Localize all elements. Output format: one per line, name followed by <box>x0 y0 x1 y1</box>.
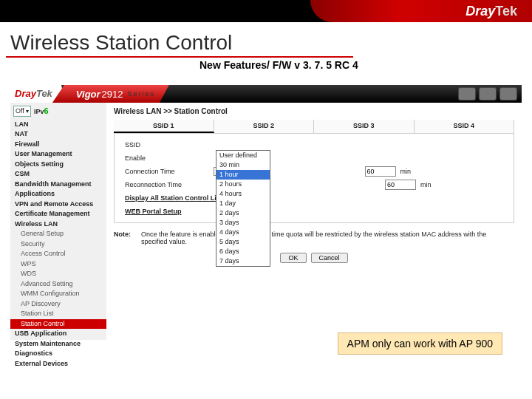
conn-time-label: Connection Time <box>125 168 214 175</box>
nav-lan[interactable]: LAN <box>10 120 106 130</box>
dd-opt-3days[interactable]: 3 days <box>216 218 270 228</box>
note-label: Note: <box>114 231 131 245</box>
nav-wlan-apdiscover[interactable]: AP Discovery <box>10 299 106 310</box>
link-display-all[interactable]: Display All Station Control List <box>125 194 222 202</box>
nav-wlan[interactable]: Wireless LAN <box>10 219 106 230</box>
ipv6-badge: IPv6 <box>34 105 49 117</box>
dd-opt-1hour[interactable]: 1 hour <box>216 170 270 180</box>
nav-wlan-access[interactable]: Access Control <box>10 249 106 259</box>
enable-label: Enable <box>125 154 214 162</box>
dd-opt-6days[interactable]: 6 days <box>216 247 270 256</box>
nav-wlan-stationlist[interactable]: Station List <box>10 309 106 319</box>
sidebar-mode-select[interactable]: Off <box>13 106 31 117</box>
model-label: Vigor 2912 Series <box>52 85 171 103</box>
ssid-tabs: SSID 1 SSID 2 SSID 3 SSID 4 <box>114 120 514 134</box>
dd-opt-5days[interactable]: 5 days <box>216 237 270 247</box>
dd-opt-4days[interactable]: 4 days <box>216 228 270 237</box>
page-title: Wireless Station Control <box>10 31 532 55</box>
sidebar: Off IPv6 LAN NAT Firewall User Managemen… <box>10 103 106 340</box>
dd-opt-30min[interactable]: 30 min <box>216 160 270 170</box>
nav-ext[interactable]: External Devices <box>10 359 106 369</box>
dd-opt-7days[interactable]: 7 days <box>216 256 270 266</box>
nav-wlan-security[interactable]: Security <box>10 239 106 250</box>
brand-name: Dray <box>466 4 495 18</box>
dd-opt-2hours[interactable]: 2 hours <box>216 180 270 189</box>
main-panel: Wireless LAN >> Station Control SSID 1 S… <box>106 103 522 340</box>
reconn-time-unit: min <box>420 181 432 188</box>
ok-button[interactable]: OK <box>280 253 306 263</box>
tab-ssid3[interactable]: SSID 3 <box>314 120 415 133</box>
subtitle: New Features/ F/W v 3. 7. 5 RC 4 <box>200 59 532 71</box>
brand-suffix: Tek <box>495 4 517 18</box>
nav-nat[interactable]: NAT <box>10 129 106 140</box>
nav-objects[interactable]: Objects Setting <box>10 160 106 170</box>
nav-wlan-wds[interactable]: WDS <box>10 269 106 279</box>
conn-time-unit: min <box>400 168 412 175</box>
brand-banner: DrayTek <box>310 0 532 22</box>
conn-time-dropdown[interactable]: User defined 30 min 1 hour 2 hours 4 hou… <box>216 150 270 267</box>
nav-sysmaint[interactable]: System Maintenance <box>10 339 106 349</box>
nav-wlan-advanced[interactable]: Advanced Setting <box>10 279 106 290</box>
router-header: DrayTek Vigor 2912 Series <box>10 85 522 103</box>
title-underline <box>6 56 353 58</box>
dd-opt-4hours[interactable]: 4 hours <box>216 189 270 199</box>
callout-note: APM only can work with AP 900 <box>338 332 502 355</box>
note-text: Once the feature is enabled, the connect… <box>141 231 514 245</box>
nav-apps[interactable]: Applications <box>10 189 106 200</box>
nav-csm[interactable]: CSM <box>10 169 106 180</box>
reconn-time-label: Reconnection Time <box>125 181 214 188</box>
breadcrumb: Wireless LAN >> Station Control <box>114 107 514 115</box>
tab-ssid1[interactable]: SSID 1 <box>114 120 214 133</box>
nav-diag[interactable]: Diagnostics <box>10 349 106 359</box>
dd-opt-userdef[interactable]: User defined <box>216 151 270 160</box>
link-web-portal[interactable]: WEB Portal Setup <box>125 208 182 215</box>
nav-vpn[interactable]: VPN and Remote Access <box>10 200 106 210</box>
nav-bandwidth[interactable]: Bandwidth Management <box>10 180 106 190</box>
nav-cert[interactable]: Certificate Management <box>10 209 106 219</box>
nav-user-mgmt[interactable]: User Management <box>10 149 106 160</box>
reconn-time-input[interactable] <box>385 180 416 190</box>
ssid-label: SSID <box>125 141 214 149</box>
dd-opt-2days[interactable]: 2 days <box>216 208 270 218</box>
tab-ssid4[interactable]: SSID 4 <box>415 120 515 133</box>
nav-wlan-stationcontrol[interactable]: Station Control <box>10 319 106 330</box>
nav-firewall[interactable]: Firewall <box>10 140 106 150</box>
header-icon-1[interactable] <box>458 87 476 100</box>
nav-usb[interactable]: USB Application <box>10 329 106 339</box>
nav-wlan-general[interactable]: General Setup <box>10 229 106 239</box>
header-icon-3[interactable] <box>499 87 517 100</box>
cancel-button[interactable]: Cancel <box>311 253 348 263</box>
conn-time-input[interactable] <box>365 166 396 177</box>
nav-wlan-wmm[interactable]: WMM Configuration <box>10 289 106 299</box>
nav-wlan-wps[interactable]: WPS <box>10 259 106 270</box>
dd-opt-1day[interactable]: 1 day <box>216 199 270 208</box>
tab-ssid2[interactable]: SSID 2 <box>214 120 315 133</box>
header-icon-2[interactable] <box>479 87 497 100</box>
